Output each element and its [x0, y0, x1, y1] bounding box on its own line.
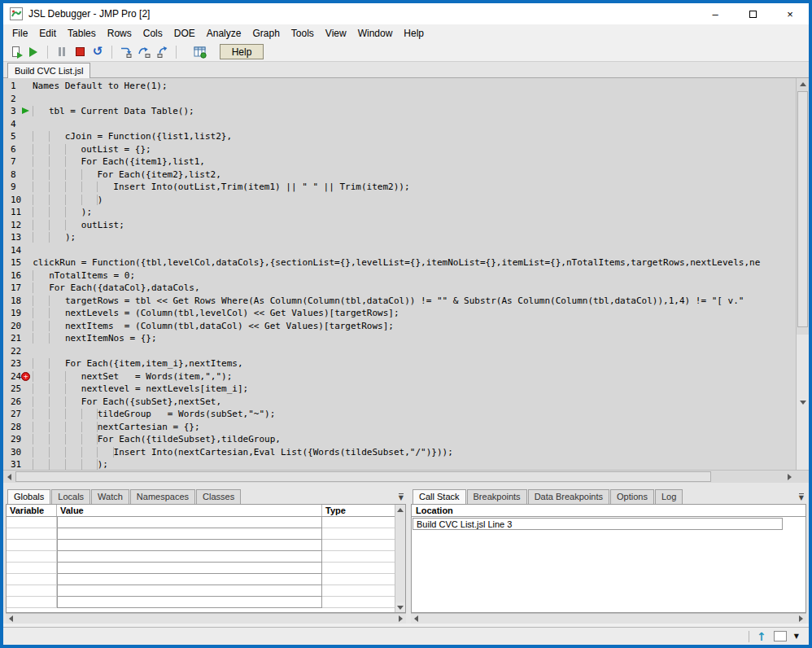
- tab-build-cvc-list[interactable]: Build CVC List.jsl: [7, 63, 90, 78]
- right-panel-menu-icon[interactable]: ▼: [799, 493, 804, 501]
- globals-row[interactable]: [7, 540, 395, 551]
- globals-row[interactable]: [7, 585, 395, 597]
- scroll-left-icon[interactable]: [6, 614, 16, 624]
- callstack-horizontal-scrollbar[interactable]: [411, 613, 806, 624]
- code-line-2[interactable]: 2: [3, 93, 796, 106]
- column-header-variable[interactable]: Variable: [7, 505, 57, 516]
- code-line-11[interactable]: 11 );: [3, 206, 796, 219]
- scroll-left-icon[interactable]: [411, 614, 421, 624]
- scroll-left-icon[interactable]: [3, 471, 15, 483]
- run-script-icon[interactable]: [7, 44, 24, 60]
- breakpoint-gutter[interactable]: [21, 295, 33, 308]
- scroll-right-icon[interactable]: [784, 471, 796, 483]
- code-line-29[interactable]: 29 For Each({tildeSubset},tildeGroup,: [3, 433, 796, 446]
- globals-row[interactable]: [7, 517, 395, 528]
- breakpoint-gutter[interactable]: [21, 332, 33, 345]
- breakpoint-gutter[interactable]: [21, 408, 33, 421]
- menu-graph[interactable]: Graph: [247, 25, 285, 42]
- breakpoint-gutter[interactable]: [21, 269, 33, 282]
- code-line-26[interactable]: 26 For Each({subSet},nextSet,: [3, 396, 796, 409]
- breakpoint-gutter[interactable]: [21, 433, 33, 446]
- breakpoint-gutter[interactable]: [21, 219, 33, 232]
- globals-row[interactable]: [7, 563, 395, 574]
- code-line-10[interactable]: 10 ): [3, 194, 796, 207]
- code-line-13[interactable]: 13 );: [3, 231, 796, 244]
- breakpoint-gutter[interactable]: [21, 231, 33, 244]
- tab-call-stack[interactable]: Call Stack: [413, 489, 466, 504]
- code-line-15[interactable]: 15clickRun = Function({tbl,levelCol,data…: [3, 256, 796, 269]
- breakpoint-gutter[interactable]: [21, 256, 33, 269]
- breakpoint-gutter[interactable]: [21, 383, 33, 396]
- code-line-19[interactable]: 19 nextLevels = (Column(tbl,levelCol) <<…: [3, 307, 796, 320]
- breakpoint-gutter[interactable]: [21, 458, 33, 470]
- help-button[interactable]: Help: [220, 44, 264, 59]
- menu-edit[interactable]: Edit: [33, 25, 62, 42]
- close-button[interactable]: ×: [771, 3, 809, 24]
- breakpoint-gutter[interactable]: [21, 244, 33, 257]
- code-line-14[interactable]: 14: [3, 244, 796, 257]
- tab-namespaces[interactable]: Namespaces: [130, 489, 195, 504]
- go-icon[interactable]: [25, 44, 41, 60]
- code-line-28[interactable]: 28 nextCartesian = {};: [3, 421, 796, 434]
- scroll-up-icon[interactable]: [395, 505, 405, 514]
- code-line-17[interactable]: 17 For Each({dataCol},dataCols,: [3, 282, 796, 295]
- editor-vertical-scrollbar[interactable]: [796, 78, 809, 470]
- code-line-18[interactable]: 18 targetRows = tbl << Get Rows Where(As…: [3, 295, 796, 308]
- code-line-9[interactable]: 9 Insert Into(outList,Trim(item1) || " "…: [3, 181, 796, 194]
- status-up-arrow-icon[interactable]: ↑: [757, 631, 766, 642]
- data-table-icon[interactable]: [192, 44, 208, 60]
- menu-tools[interactable]: Tools: [286, 25, 320, 42]
- code-line-4[interactable]: 4: [3, 118, 796, 131]
- menu-window[interactable]: Window: [352, 25, 399, 42]
- menu-doe[interactable]: DOE: [168, 25, 201, 42]
- globals-row[interactable]: [7, 597, 395, 608]
- breakpoint-icon[interactable]: +: [21, 370, 33, 383]
- step-out-icon[interactable]: [154, 44, 170, 60]
- breakpoint-gutter[interactable]: [21, 396, 33, 409]
- panel-splitter[interactable]: [3, 483, 809, 488]
- tab-watch[interactable]: Watch: [91, 489, 129, 504]
- reset-icon[interactable]: ↺: [89, 44, 106, 60]
- globals-vertical-scrollbar[interactable]: [395, 505, 405, 612]
- tab-classes[interactable]: Classes: [196, 489, 241, 504]
- tab-options[interactable]: Options: [610, 489, 654, 504]
- code-line-25[interactable]: 25 nextlevel = nextLevels[item_i];: [3, 383, 796, 396]
- tab-breakpoints[interactable]: Breakpoints: [467, 489, 527, 504]
- callstack-row[interactable]: Build CVC List.jsl Line 3: [413, 518, 783, 530]
- code-line-1[interactable]: 1Names Default to Here(1);: [3, 80, 796, 93]
- breakpoint-gutter[interactable]: [21, 446, 33, 459]
- breakpoint-gutter[interactable]: [21, 80, 33, 93]
- horizontal-scroll-thumb[interactable]: [15, 471, 711, 482]
- breakpoint-gutter[interactable]: [21, 155, 33, 169]
- breakpoint-gutter[interactable]: [21, 345, 33, 358]
- menu-analyze[interactable]: Analyze: [201, 25, 247, 42]
- pause-icon[interactable]: [54, 44, 70, 60]
- editor-horizontal-scrollbar[interactable]: [3, 470, 809, 483]
- globals-row[interactable]: [7, 551, 395, 563]
- menu-tables[interactable]: Tables: [62, 25, 102, 42]
- breakpoint-gutter[interactable]: [21, 282, 33, 295]
- left-panel-menu-icon[interactable]: ▼: [399, 493, 404, 501]
- column-header-location[interactable]: Location: [412, 505, 805, 517]
- stop-icon[interactable]: [72, 44, 88, 60]
- breakpoint-gutter[interactable]: [21, 320, 33, 333]
- breakpoint-gutter[interactable]: [21, 93, 33, 106]
- code-line-20[interactable]: 20 nextItems = (Column(tbl,dataCol) << G…: [3, 320, 796, 333]
- scroll-right-icon[interactable]: [796, 614, 806, 624]
- vertical-scroll-thumb[interactable]: [797, 91, 808, 327]
- code-line-5[interactable]: 5 cJoin = Function({list1,list2},: [3, 130, 796, 143]
- code-line-12[interactable]: 12 outList;: [3, 219, 796, 232]
- globals-row[interactable]: [7, 574, 395, 585]
- maximize-button[interactable]: [734, 3, 771, 24]
- code-editor[interactable]: 1Names Default to Here(1);23 tbl = Curre…: [3, 78, 809, 470]
- code-line-16[interactable]: 16 nTotalItems = 0;: [3, 269, 796, 282]
- tab-globals[interactable]: Globals: [7, 489, 50, 504]
- step-into-icon[interactable]: [118, 44, 134, 60]
- status-dropdown-icon[interactable]: ▼: [794, 633, 799, 640]
- breakpoint-gutter[interactable]: [21, 307, 33, 320]
- code-line-30[interactable]: 30 Insert Into(nextCartesian,Eval List({…: [3, 446, 796, 459]
- code-line-7[interactable]: 7 For Each({item1},list1,: [3, 155, 796, 169]
- step-over-icon[interactable]: [136, 44, 152, 60]
- code-line-27[interactable]: 27 tildeGroup = Words(subSet,"~");: [3, 408, 796, 421]
- scroll-up-icon[interactable]: [797, 78, 809, 90]
